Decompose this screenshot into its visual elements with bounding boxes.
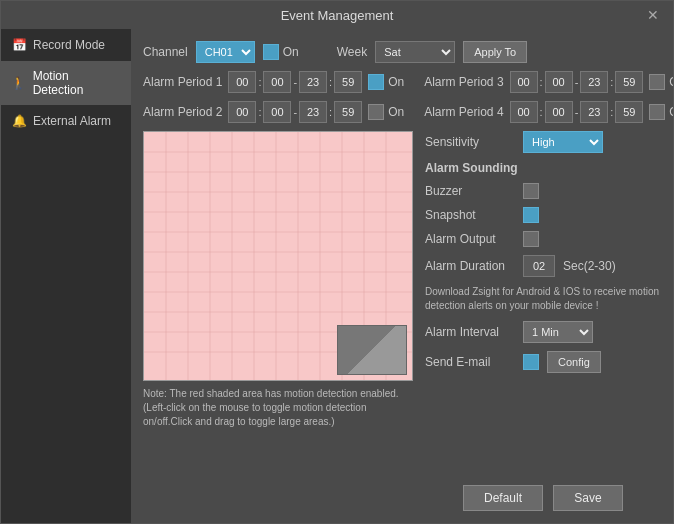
period-1-on-checkbox[interactable] [368,74,384,90]
close-button[interactable]: ✕ [641,5,665,25]
alarm-output-row: Alarm Output [425,231,661,247]
sidebar-item-label-external-alarm: External Alarm [33,114,111,128]
alarm-period-4-group: Alarm Period 4 : - : On [424,101,673,123]
sidebar-item-label-record-mode: Record Mode [33,38,105,52]
alarm-output-label: Alarm Output [425,232,515,246]
period-2-on-container: On [368,104,404,120]
period-3-end-h[interactable] [580,71,608,93]
alarm-interval-row: Alarm Interval 1 Min 2 Min 5 Min [425,321,661,343]
period-2-end-h[interactable] [299,101,327,123]
bottom-buttons: Default Save [425,485,661,511]
period-2-on-checkbox[interactable] [368,104,384,120]
period-1-start-h[interactable] [228,71,256,93]
right-panel: Channel CH01 CH02 CH03 CH04 On Week Sat … [131,29,673,523]
sensitivity-select[interactable]: High Medium Low [523,131,603,153]
alarm-period-3-group: Alarm Period 3 : - : On [424,71,673,93]
alarm-period-2-time: : - : [228,101,362,123]
alarm-interval-select[interactable]: 1 Min 2 Min 5 Min [523,321,593,343]
record-mode-icon: 📅 [11,37,27,53]
sidebar-item-motion-detection[interactable]: 🚶 Motion Detection [1,61,131,105]
alarm-duration-row: Alarm Duration Sec(2-30) [425,255,661,277]
buzzer-label: Buzzer [425,184,515,198]
period-3-on-checkbox[interactable] [649,74,665,90]
send-email-label: Send E-mail [425,355,515,369]
apply-to-button[interactable]: Apply To [463,41,527,63]
alarm-duration-input[interactable] [523,255,555,277]
alarm-sounding-label: Alarm Sounding [425,161,518,175]
alarm-interval-label: Alarm Interval [425,325,515,339]
sidebar-item-record-mode[interactable]: 📅 Record Mode [1,29,131,61]
event-management-window: Event Management ✕ 📅 Record Mode 🚶 Motio… [0,0,674,524]
alarm-period-3-label: Alarm Period 3 [424,75,503,89]
settings-panel: Sensitivity High Medium Low Alarm Soundi… [425,131,661,511]
period-4-end-h[interactable] [580,101,608,123]
sidebar-item-label-motion-detection: Motion Detection [33,69,121,97]
period-2-on-label: On [388,105,404,119]
alarm-sounding-row: Alarm Sounding [425,161,661,175]
period-1-end-h[interactable] [299,71,327,93]
config-button[interactable]: Config [547,351,601,373]
alarm-output-checkbox[interactable] [523,231,539,247]
period-4-start-m[interactable] [545,101,573,123]
period-1-start-m[interactable] [263,71,291,93]
motion-detection-icon: 🚶 [11,75,27,91]
thumb-inner [338,326,406,374]
period-2-end-m[interactable] [334,101,362,123]
week-label: Week [337,45,367,59]
period-1-on-container: On [368,74,404,90]
alarm-period-1-time: : - : [228,71,362,93]
alarm-period-4-time: : - : [510,101,644,123]
default-button[interactable]: Default [463,485,543,511]
period-3-start-h[interactable] [510,71,538,93]
period-2-start-m[interactable] [263,101,291,123]
sensitivity-row: Sensitivity High Medium Low [425,131,661,153]
send-email-checkbox[interactable] [523,354,539,370]
download-info-text: Download Zsight for Android & IOS to rec… [425,285,661,313]
send-email-row: Send E-mail Config [425,351,661,373]
alarm-periods-row-2: Alarm Period 2 : - : On [143,101,661,123]
alarm-periods-row-1: Alarm Period 1 : - : On [143,71,661,93]
external-alarm-icon: 🔔 [11,113,27,129]
alarm-period-2-label: Alarm Period 2 [143,105,222,119]
bottom-section: Note: The red shaded area has motion det… [143,131,661,511]
motion-grid-container: Note: The red shaded area has motion det… [143,131,413,511]
download-info-row: Download Zsight for Android & IOS to rec… [425,285,661,313]
period-3-end-m[interactable] [615,71,643,93]
buzzer-checkbox[interactable] [523,183,539,199]
channel-select[interactable]: CH01 CH02 CH03 CH04 [196,41,255,63]
period-1-on-label: On [388,75,404,89]
sidebar: 📅 Record Mode 🚶 Motion Detection 🔔 Exter… [1,29,131,523]
period-4-on-label: On [669,105,673,119]
main-content: 📅 Record Mode 🚶 Motion Detection 🔔 Exter… [1,29,673,523]
thumbnail-preview [337,325,407,375]
titlebar: Event Management ✕ [1,1,673,29]
period-3-start-m[interactable] [545,71,573,93]
channel-on-checkbox[interactable] [263,44,279,60]
alarm-period-3-time: : - : [510,71,644,93]
channel-label: Channel [143,45,188,59]
save-button[interactable]: Save [553,485,623,511]
period-3-on-container: On [649,74,673,90]
alarm-period-4-label: Alarm Period 4 [424,105,503,119]
motion-note: Note: The red shaded area has motion det… [143,387,413,429]
channel-week-row: Channel CH01 CH02 CH03 CH04 On Week Sat … [143,41,661,63]
period-2-start-h[interactable] [228,101,256,123]
channel-on-label: On [283,45,299,59]
sidebar-item-external-alarm[interactable]: 🔔 External Alarm [1,105,131,137]
alarm-period-1-group: Alarm Period 1 : - : On [143,71,404,93]
period-4-on-container: On [649,104,673,120]
sensitivity-label: Sensitivity [425,135,515,149]
week-select[interactable]: Sat Mon Tue Wed Thu Fri Sun [375,41,455,63]
snapshot-checkbox[interactable] [523,207,539,223]
period-4-start-h[interactable] [510,101,538,123]
motion-grid[interactable] [143,131,413,381]
buzzer-row: Buzzer [425,183,661,199]
alarm-duration-unit: Sec(2-30) [563,259,616,273]
period-3-on-label: On [669,75,673,89]
channel-on-container: On [263,44,299,60]
period-1-end-m[interactable] [334,71,362,93]
period-4-on-checkbox[interactable] [649,104,665,120]
period-4-end-m[interactable] [615,101,643,123]
alarm-duration-label: Alarm Duration [425,259,515,273]
alarm-period-2-group: Alarm Period 2 : - : On [143,101,404,123]
